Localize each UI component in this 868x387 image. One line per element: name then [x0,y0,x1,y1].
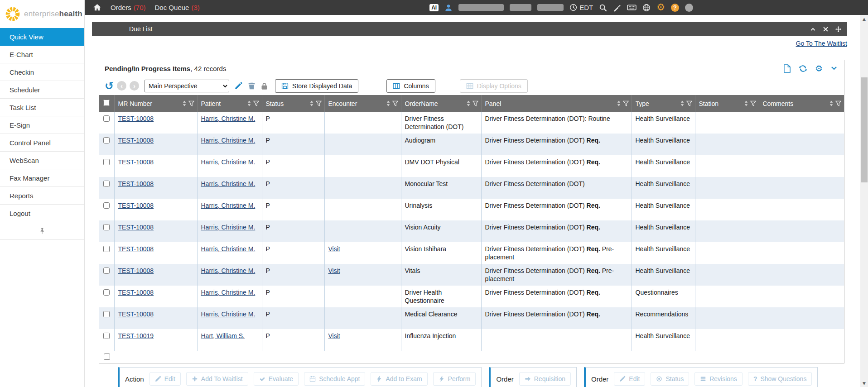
evaluate-button[interactable]: Evaluate [254,372,299,386]
panel-gear-icon[interactable]: ⚙ [815,64,823,73]
display-options-button[interactable]: Display Options [460,79,528,93]
search-icon[interactable] [599,4,607,12]
row-checkbox[interactable] [103,268,110,274]
select-all-checkbox[interactable] [103,100,110,106]
sidebar-pin[interactable] [0,222,84,240]
encounter-link[interactable]: Visit [328,245,340,253]
row-checkbox[interactable] [103,224,110,230]
pen-icon[interactable] [613,4,621,12]
nav-back-icon[interactable]: ‹ [117,81,126,91]
orders-link[interactable]: Orders (70) [111,4,146,11]
delete-perspective-icon[interactable] [248,82,256,90]
add-to-exam-button[interactable]: Add to Exam [371,372,427,386]
scroll-up-arrow[interactable]: ▲ [860,15,868,23]
patient-link[interactable]: Harris, Christine M. [201,158,256,166]
patient-link[interactable]: Harris, Christine M. [201,224,256,231]
patient-link[interactable]: Harris, Christine M. [201,267,256,274]
mr-link[interactable]: TEST-10008 [118,115,154,122]
column-header-type[interactable]: Type [632,95,695,112]
refresh-icon[interactable] [799,64,807,73]
vertical-scrollbar[interactable]: ▲ ▼ [860,15,868,387]
sidebar-item-checkin[interactable]: Checkin [0,63,84,81]
patient-link[interactable]: Harris, Christine M. [201,289,256,296]
column-header-mr-number[interactable]: MR Number [114,95,197,112]
new-row-checkbox[interactable] [104,354,110,360]
new-document-icon[interactable] [783,64,791,73]
ai-badge[interactable]: AI [429,4,439,11]
row-checkbox[interactable] [103,115,110,122]
scroll-down-arrow[interactable]: ▼ [860,379,868,387]
collapse-icon[interactable] [810,26,816,32]
row-checkbox[interactable] [103,246,110,252]
mr-link[interactable]: TEST-10008 [118,289,154,296]
scrollbar-thumb[interactable] [861,77,868,182]
patient-link[interactable]: Harris, Christine M. [201,115,256,122]
sidebar-item-fax-manager[interactable]: Fax Manager [0,169,84,187]
perspective-select[interactable]: Main Perspective [145,80,229,92]
show-questions-button[interactable]: ?Show Questions [748,372,812,386]
store-displayed-data-button[interactable]: Store Displayed Data [275,79,358,93]
mr-link[interactable]: TEST-10019 [118,332,154,339]
edit-button[interactable]: Edit [614,372,645,386]
requisition-button[interactable]: Requisition [519,372,571,386]
status-circle-icon[interactable] [685,4,693,12]
status-button[interactable]: Status [651,372,689,386]
schedule-appt-button[interactable]: Schedule Appt [304,372,365,386]
sidebar-item-quick-view[interactable]: Quick View [0,28,84,46]
waitlist-link[interactable]: Go To The Waitlist [796,40,847,49]
timezone-indicator[interactable]: EDT [569,4,593,11]
row-checkbox[interactable] [103,159,110,165]
column-header-encounter[interactable]: Encounter [324,95,401,112]
mr-link[interactable]: TEST-10008 [118,137,154,144]
help-icon[interactable]: ? [671,4,679,12]
row-checkbox[interactable] [103,333,110,339]
home-icon[interactable] [93,3,101,12]
sidebar-item-e-sign[interactable]: E-Sign [0,116,84,134]
nav-forward-icon[interactable]: › [130,81,139,91]
encounter-link[interactable]: Visit [328,267,340,274]
sidebar-item-webscan[interactable]: WebScan [0,152,84,169]
column-header-patient[interactable]: Patient [197,95,262,112]
keyboard-icon[interactable] [627,3,637,12]
row-checkbox[interactable] [103,137,110,143]
sidebar-item-reports[interactable]: Reports [0,187,84,205]
doc-queue-link[interactable]: Doc Queue (3) [155,4,200,11]
patient-link[interactable]: Harris, Christine M. [201,202,256,209]
edit-button[interactable]: Edit [149,372,181,386]
mr-link[interactable]: TEST-10008 [118,180,154,187]
patient-link[interactable]: Harris, Christine M. [201,311,256,318]
mr-link[interactable]: TEST-10008 [118,245,154,253]
settings-gear-icon[interactable]: ⚙ [656,3,665,12]
revisions-button[interactable]: Revisions [694,372,743,386]
patient-link[interactable]: Hart, William S. [201,332,245,339]
mr-link[interactable]: TEST-10008 [118,224,154,231]
undo-icon[interactable]: ↺ [105,81,114,91]
add-to-waitlist-button[interactable]: Add To Waitlist [186,372,248,386]
globe-icon[interactable] [642,4,651,12]
patient-link[interactable]: Harris, Christine M. [201,180,256,187]
encounter-link[interactable]: Visit [328,332,340,339]
mr-link[interactable]: TEST-10008 [118,267,154,274]
move-icon[interactable] [835,26,841,32]
row-checkbox[interactable] [103,289,110,296]
columns-button[interactable]: Columns [386,79,435,93]
column-header-station[interactable]: Station [695,95,759,112]
edit-perspective-icon[interactable] [234,81,243,90]
row-checkbox[interactable] [103,181,110,187]
row-checkbox[interactable] [103,311,110,317]
column-header-status[interactable]: Status [262,95,324,112]
perform-button[interactable]: Perform [433,372,476,386]
mr-link[interactable]: TEST-10008 [118,158,154,166]
chevron-down-icon[interactable] [830,65,838,72]
sidebar-item-control-panel[interactable]: Control Panel [0,134,84,152]
close-icon[interactable] [823,26,829,32]
column-header-comments[interactable]: Comments [759,95,844,112]
patient-link[interactable]: Harris, Christine M. [201,245,256,253]
column-header-ordername[interactable]: OrderName [401,95,481,112]
sidebar-item-logout[interactable]: Logout [0,205,84,222]
row-checkbox[interactable] [103,202,110,209]
user-icon[interactable] [444,4,453,12]
sidebar-item-scheduler[interactable]: Scheduler [0,81,84,99]
sidebar-item-e-chart[interactable]: E-Chart [0,46,84,63]
patient-link[interactable]: Harris, Christine M. [201,137,256,144]
